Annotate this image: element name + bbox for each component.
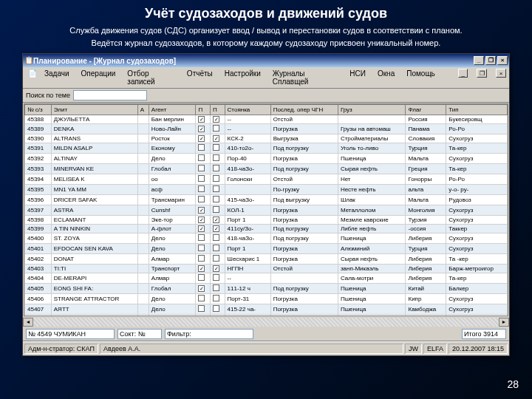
- checkbox[interactable]: [213, 234, 219, 241]
- table-row[interactable]: 45399A TIN NINKINА-флот✓✓411су/Зо-Под по…: [25, 225, 508, 233]
- child-close-button[interactable]: ×: [496, 69, 506, 78]
- menu-item[interactable]: Окна: [375, 69, 397, 86]
- checkbox[interactable]: [198, 274, 205, 281]
- checkbox[interactable]: ✓: [198, 207, 205, 214]
- column-header[interactable]: Тип: [446, 105, 508, 115]
- scroll-left-button[interactable]: ◄: [23, 318, 33, 327]
- table-row[interactable]: 45408МИДИЯБез агента--РоссияРыболов-ое: [25, 315, 508, 317]
- scroll-right-button[interactable]: ►: [499, 318, 509, 327]
- column-header[interactable]: Груз: [338, 105, 406, 115]
- menu-item[interactable]: Отбор записей: [125, 69, 177, 86]
- checkbox[interactable]: [198, 144, 205, 151]
- table-row[interactable]: 45390ALTRANSРосток✓✓КСК-2ВыгрузкаСтройма…: [25, 134, 508, 143]
- search-input[interactable]: [73, 90, 147, 100]
- checkbox[interactable]: ✓: [198, 285, 205, 292]
- filter-field[interactable]: Фильтр:: [165, 329, 253, 339]
- checkbox[interactable]: [213, 284, 219, 291]
- checkbox[interactable]: [213, 196, 219, 202]
- table-row[interactable]: 45396DRICER SAFAKТрансмарин415-чаЗо-Под …: [25, 195, 508, 205]
- checkbox[interactable]: [198, 316, 205, 316]
- checkbox[interactable]: [213, 125, 219, 132]
- table-row[interactable]: 45402DONATАлмарШесхарис 1ПогрузкаСырая н…: [25, 254, 508, 265]
- checkbox[interactable]: ✓: [213, 216, 219, 223]
- table-row[interactable]: 45405EONG SHI FA:Глобал✓111-12 чПод погр…: [25, 284, 508, 294]
- restore-button[interactable]: ❐: [485, 56, 496, 65]
- table-row[interactable]: 45398ECLAMANTЭке-тор✓✓Порт 1ПогрузкаМезм…: [25, 216, 508, 225]
- column-header[interactable]: А: [137, 105, 149, 115]
- table-row[interactable]: 45389DENKAНово-Лайн✓--ПогрузкаГрузы на а…: [25, 124, 508, 134]
- checkbox[interactable]: ✓: [213, 265, 219, 272]
- checkbox[interactable]: [213, 144, 219, 151]
- checkbox[interactable]: [198, 165, 205, 171]
- table-row[interactable]: 45400ST. ZOYAДело418-чаЗо-Под погрузкуПш…: [25, 233, 508, 244]
- table-row[interactable]: 45394MELISEA KooГолонскиОтстойНетГонорры…: [25, 174, 508, 185]
- table-row[interactable]: 45401EFDOCAN SEN KAVAДелоПорт 1ПогрузкаА…: [25, 244, 508, 254]
- column-header[interactable]: Элит: [51, 105, 137, 115]
- minimize-button[interactable]: _: [474, 56, 484, 65]
- column-header[interactable]: Послед. опер ЧГН: [270, 105, 338, 115]
- checkbox[interactable]: [198, 245, 205, 251]
- checkbox[interactable]: ✓: [213, 225, 219, 232]
- column-header[interactable]: Флаг: [406, 105, 446, 115]
- menu-item[interactable]: Задачи: [42, 69, 72, 86]
- child-restore-button[interactable]: ❐: [477, 69, 487, 78]
- checkbox[interactable]: ✓: [198, 116, 205, 123]
- table-row[interactable]: 45404DE-MERAPIАлмар--Сала-мотриЛиберияТа…: [25, 273, 508, 284]
- table-row[interactable]: 45392ALTINAYДелоПор-40ПогрузкаПшеницаМал…: [25, 154, 508, 164]
- checkbox[interactable]: [213, 295, 219, 301]
- table-row[interactable]: 45388ДЖУЛЬЕТТАБан мерлин✓✓--ОтстойРоссия…: [25, 115, 508, 124]
- child-minimize-button[interactable]: _: [458, 69, 468, 78]
- checkbox[interactable]: [213, 175, 219, 182]
- titlebar[interactable]: 📋 Планирование - [Журнал судозаходов] _ …: [23, 54, 509, 67]
- checkbox[interactable]: [198, 305, 205, 312]
- checkbox[interactable]: ✓: [198, 126, 205, 132]
- table-row[interactable]: 45403TI:TIТранспорт✓✓НГПНОтстойзанп-Мика…: [25, 265, 508, 273]
- checkbox[interactable]: [198, 295, 205, 301]
- checkbox[interactable]: [213, 185, 219, 192]
- checkbox[interactable]: ✓: [213, 135, 219, 142]
- table-row[interactable]: 45391MILDN ASALPЕконому410-то2о-Под погр…: [25, 143, 508, 154]
- checkbox[interactable]: [213, 245, 219, 251]
- cell: занп-Микаэль: [338, 265, 406, 273]
- table-row[interactable]: 45407АЯТТДело415-22 ча-ПогрузкаПшеницаКа…: [25, 304, 508, 315]
- checkbox[interactable]: ✓: [198, 265, 205, 272]
- checkbox[interactable]: [213, 165, 219, 171]
- checkbox[interactable]: [213, 206, 219, 213]
- menu-item[interactable]: Помощь: [404, 69, 437, 86]
- checkbox[interactable]: [198, 154, 205, 161]
- checkbox[interactable]: ✓: [198, 135, 205, 142]
- close-button[interactable]: ×: [497, 56, 508, 65]
- checkbox[interactable]: [213, 274, 219, 281]
- menu-item[interactable]: Настройки: [222, 69, 263, 86]
- column-header[interactable]: № с/з: [25, 105, 52, 115]
- checkbox[interactable]: ✓: [213, 116, 219, 123]
- sort-field[interactable]: Сокт: №: [117, 329, 162, 339]
- checkbox[interactable]: [213, 154, 219, 161]
- checkbox[interactable]: [198, 196, 205, 202]
- cell: Порт 1: [225, 216, 270, 225]
- table-row[interactable]: 45393MINERVAN KEГлобал418-чаЗо-Под погру…: [25, 164, 508, 174]
- table-row[interactable]: 45406STRANGE ATTRACTORДелоПорт-31Погрузк…: [25, 294, 508, 304]
- menu-item[interactable]: НСИ: [347, 69, 368, 86]
- table-row[interactable]: 45395MN1 YA MMасфПо-грузкуНесте нефтьаль…: [25, 185, 508, 195]
- checkbox[interactable]: [198, 234, 205, 241]
- checkbox[interactable]: [213, 305, 219, 312]
- horizontal-scrollbar[interactable]: ◄ ►: [23, 317, 509, 327]
- data-grid[interactable]: № с/зЭлитААгентППСтоянкаПослед. опер ЧГН…: [24, 103, 508, 316]
- menu-item[interactable]: Операции: [79, 69, 118, 86]
- checkbox[interactable]: [198, 185, 205, 192]
- checkbox[interactable]: ✓: [198, 225, 205, 232]
- cell: [211, 284, 225, 294]
- column-header[interactable]: Стоянка: [225, 105, 270, 115]
- table-row[interactable]: 45397ASTRACunshf✓КОЛ-1ПогрузкаМеталлолом…: [25, 205, 508, 216]
- checkbox[interactable]: ✓: [198, 216, 205, 223]
- column-header[interactable]: П: [211, 105, 225, 115]
- checkbox[interactable]: [198, 255, 205, 262]
- menu-item[interactable]: Журналы Сплавщей: [270, 69, 341, 86]
- column-header[interactable]: П: [196, 105, 211, 115]
- menu-item[interactable]: Отчёты: [185, 69, 215, 86]
- column-header[interactable]: Агент: [149, 105, 196, 115]
- checkbox[interactable]: [213, 255, 219, 262]
- checkbox[interactable]: [198, 175, 205, 182]
- checkbox[interactable]: [213, 316, 219, 316]
